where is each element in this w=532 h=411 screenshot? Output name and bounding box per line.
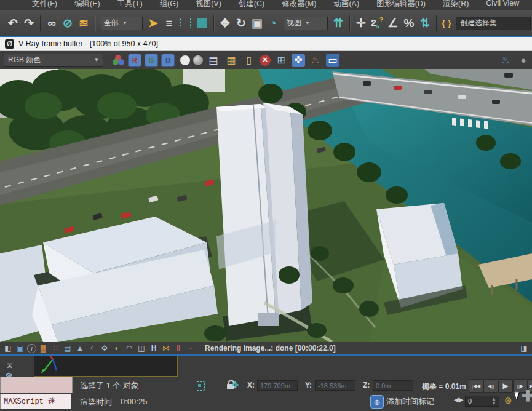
maxscript-listener-field[interactable]: MAXScript 迷	[0, 394, 71, 409]
menu-create[interactable]: 创建(C)	[230, 0, 273, 11]
blue-channel-button[interactable]: B	[161, 54, 175, 67]
frame-number-value: 0	[468, 397, 472, 405]
snap-toggle-icon[interactable]: ✛	[353, 14, 369, 33]
select-by-name-icon[interactable]: ≡	[161, 14, 177, 33]
track-mouse-render-icon[interactable]: ✜	[292, 54, 305, 67]
add-time-tag[interactable]: 添加时间标记	[386, 396, 434, 407]
named-selection-set-placeholder: 创建选择集	[460, 18, 497, 28]
spinner-snap-icon[interactable]: ⇅	[417, 14, 433, 33]
red-channel-button[interactable]: R	[128, 54, 141, 67]
go-to-start-button[interactable]: |◀◀	[469, 379, 483, 393]
save-image-icon[interactable]: ▤	[206, 54, 221, 67]
play-button[interactable]: ▶	[498, 379, 513, 393]
reference-coordinate-value: 视图	[287, 18, 301, 28]
white-balance-icon[interactable]: ◫	[136, 343, 147, 353]
color-swatches-icon[interactable]: ∷	[50, 343, 61, 353]
vfb-render-status: Rendering image...: done [00:00:22.0]	[205, 344, 336, 353]
percent-snap-icon[interactable]: %	[401, 14, 417, 33]
interactive-render-teapot-icon[interactable]: ♨	[498, 54, 513, 67]
color-corrections-icon[interactable]: ▓	[38, 343, 49, 353]
histogram-icon[interactable]: ▲	[74, 343, 85, 353]
selection-filter-dropdown[interactable]: 全部 ▼	[101, 17, 143, 30]
bind-to-space-warp-icon[interactable]: ≋	[76, 14, 92, 33]
redo-icon[interactable]: ↷	[21, 14, 37, 33]
load-image-icon[interactable]: ▦	[224, 54, 239, 67]
menu-tools[interactable]: 工具(T)	[109, 0, 151, 11]
time-tag-icon[interactable]: ⊕	[370, 395, 384, 409]
named-selection-set-field[interactable]: 创建选择集	[456, 17, 531, 30]
window-crossing-icon[interactable]	[197, 18, 207, 28]
isolate-selection-icon[interactable]	[196, 381, 205, 391]
clear-image-icon[interactable]: ✕	[260, 55, 271, 66]
coord-y-field[interactable]: -18.536m	[315, 380, 355, 391]
select-and-move-icon[interactable]: ✥	[217, 14, 233, 33]
render-scene	[0, 69, 532, 342]
previous-frame-button[interactable]: ◀||	[483, 379, 498, 393]
use-pivot-point-icon[interactable]: ⇈	[330, 14, 346, 33]
select-object-icon[interactable]: ➤	[145, 14, 161, 33]
material-override-orb-icon[interactable]: ●	[516, 54, 531, 67]
curve-control-icon[interactable]: ◠	[124, 343, 135, 353]
menu-customize[interactable]: 自定义(U)	[528, 0, 532, 11]
menu-animation[interactable]: 动画(A)	[325, 0, 368, 11]
vfb-rendered-image[interactable]	[0, 69, 532, 342]
coord-y-label: Y:	[305, 381, 312, 389]
set-key-icon[interactable]: ⊛	[504, 395, 512, 406]
menu-civil-view[interactable]: Civil View	[477, 0, 528, 11]
green-channel-button[interactable]: G	[145, 54, 158, 67]
monitor-icon[interactable]: ▣	[15, 343, 26, 353]
menu-graph-editors[interactable]: 图形编辑器(D)	[368, 0, 434, 11]
viewport-layout-tab-icon[interactable]: ⌅	[5, 357, 14, 371]
vfb-title-bar[interactable]: Ø V-Ray frame buffer - [100% of 950 x 47…	[0, 37, 532, 51]
dock-icon[interactable]: ◨	[518, 343, 530, 353]
select-and-link-icon[interactable]: ∞	[44, 14, 60, 33]
bowtie-icon[interactable]: ⋈	[161, 343, 172, 353]
reference-coordinate-dropdown[interactable]: 视图 ▼	[284, 17, 328, 30]
select-and-manipulate-icon[interactable]: ◔	[265, 14, 281, 33]
coord-x-field[interactable]: 179.709m	[257, 380, 298, 391]
monochrome-channel-icon[interactable]	[180, 55, 190, 65]
region-toggle-icon[interactable]: ▫	[185, 343, 196, 353]
menu-rendering[interactable]: 渲染(R)	[434, 0, 477, 11]
unlink-selection-icon[interactable]: ⊘	[60, 14, 76, 33]
lens-effects-icon[interactable]: H	[148, 343, 159, 353]
selection-filter-value: 全部	[104, 18, 119, 28]
duplicate-to-host-icon[interactable]: ⊞	[274, 54, 288, 67]
curve-editor-icon[interactable]: ◜	[87, 343, 98, 353]
rgb-channels-icon[interactable]	[113, 55, 125, 66]
background-image-icon[interactable]: ▤	[62, 343, 73, 353]
menu-file[interactable]: 文件(F)	[23, 0, 66, 11]
coord-z-label: Z:	[363, 381, 370, 389]
menu-views[interactable]: 视图(V)	[187, 0, 230, 11]
coord-z-field[interactable]: 0.0m	[373, 380, 413, 391]
rectangular-selection-region-icon[interactable]	[180, 18, 191, 28]
vfb-channel-dropdown[interactable]: RGB 颜色 ▼	[4, 54, 103, 67]
viewport-sliver[interactable]	[34, 356, 178, 377]
named-selection-sets-icon[interactable]: { }	[440, 14, 453, 33]
settings-gear-icon[interactable]: ⚙	[99, 343, 110, 353]
transform-gizmo-icon[interactable]: ✥	[231, 380, 239, 391]
info-icon[interactable]: i	[27, 344, 36, 353]
angle-snap-icon[interactable]: ∠	[385, 14, 401, 33]
stereo-channels-icon[interactable]: ‖	[173, 343, 184, 353]
vfb-toolbar: RGB 颜色 ▼ R G B ▤ ▦ ▯ ✕ ⊞ ✜ ♨ ▭ ♨ ●	[0, 51, 532, 69]
compare-images-icon[interactable]: ◧	[2, 343, 14, 353]
region-render-icon[interactable]: ▭	[326, 54, 339, 67]
select-and-rotate-icon[interactable]: ↻	[233, 14, 249, 33]
copy-to-clipboard-icon[interactable]: ▯	[242, 54, 256, 67]
select-and-scale-icon[interactable]: ▣	[249, 14, 265, 33]
key-step-arrows-icon[interactable]: ◀▶	[454, 396, 463, 403]
menu-edit[interactable]: 编辑(E)	[66, 0, 109, 11]
menu-modifiers[interactable]: 修改器(M)	[273, 0, 325, 11]
render-last-teapot-icon[interactable]: ♨	[308, 54, 323, 67]
frame-number-spinner[interactable]: 0 ▲▼	[465, 396, 499, 407]
spinner-arrows-icon[interactable]: ▲▼	[491, 397, 496, 405]
maxscript-listener-macro-field[interactable]	[0, 377, 73, 393]
pan-tool-partial-icon[interactable]: ✚	[522, 388, 532, 405]
alpha-channel-icon[interactable]	[193, 55, 203, 65]
menu-group[interactable]: 组(G)	[151, 0, 188, 11]
snaps-2-5-icon[interactable]: 25?	[369, 14, 385, 33]
exposure-icon[interactable]: ◐	[111, 343, 122, 353]
chevron-down-icon: ▼	[122, 20, 127, 26]
undo-icon[interactable]: ↶	[5, 14, 21, 33]
